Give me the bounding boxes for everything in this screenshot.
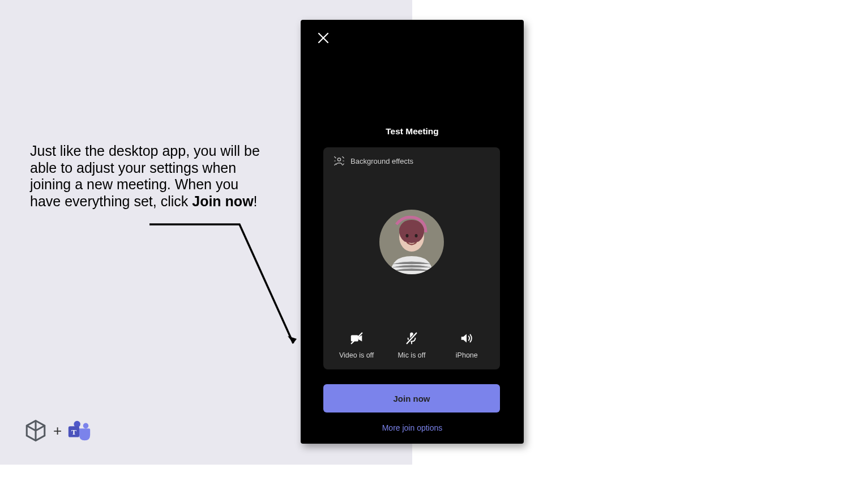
instruction-text-bold: Join now: [192, 193, 253, 209]
background-effects-button[interactable]: Background effects: [333, 155, 413, 167]
mobile-join-screen: Test Meeting Background effects: [301, 20, 524, 444]
audio-output-button[interactable]: iPhone: [441, 331, 492, 359]
join-now-button[interactable]: Join now: [323, 384, 500, 413]
svg-point-4: [337, 158, 340, 161]
svg-point-1: [83, 423, 89, 429]
plus-icon: +: [53, 422, 62, 440]
svg-point-8: [415, 234, 418, 237]
background-effects-icon: [333, 155, 345, 167]
video-preview-card: Background effects: [323, 147, 500, 369]
av-controls-row: Video is off Mic is off iPhone: [323, 331, 500, 359]
more-join-options-link[interactable]: More join options: [301, 423, 524, 432]
mic-status-label: Mic is off: [397, 351, 425, 359]
pointer-arrow: [146, 221, 305, 351]
close-icon: [317, 31, 330, 45]
svg-text:T: T: [71, 428, 76, 436]
audio-output-label: iPhone: [456, 351, 478, 359]
mic-toggle-button[interactable]: Mic is off: [386, 331, 437, 359]
instruction-paragraph: Just like the desktop app, you will be a…: [30, 143, 262, 210]
video-toggle-button[interactable]: Video is off: [331, 331, 382, 359]
sandbox-logo-icon: [23, 418, 49, 444]
more-join-options-label: More join options: [382, 423, 443, 432]
mic-off-icon: [404, 331, 419, 346]
join-now-label: Join now: [394, 394, 430, 403]
video-off-icon: [349, 331, 364, 346]
user-avatar: [379, 210, 444, 274]
svg-point-7: [406, 234, 409, 237]
teams-logo-icon: T: [66, 418, 92, 444]
avatar-image: [379, 210, 444, 274]
video-status-label: Video is off: [339, 351, 374, 359]
meeting-title: Test Meeting: [301, 126, 524, 137]
background-effects-label: Background effects: [350, 157, 413, 165]
close-button[interactable]: [317, 31, 330, 45]
instruction-text-tail: !: [254, 193, 258, 209]
speaker-icon: [459, 331, 474, 346]
footer-logos: + T: [23, 418, 92, 444]
